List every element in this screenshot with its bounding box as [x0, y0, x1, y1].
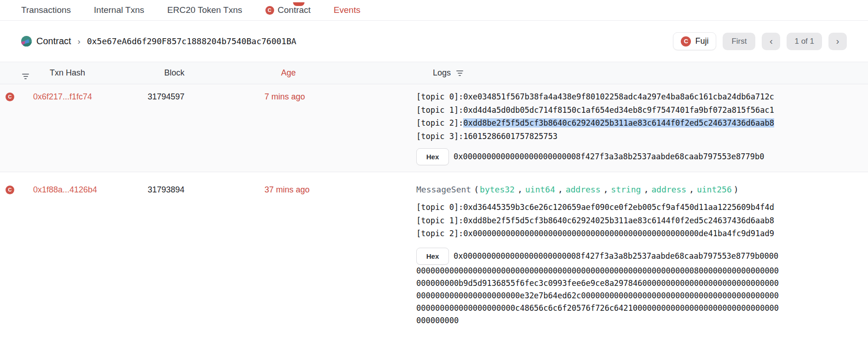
topic-label: [topic 1]:	[416, 216, 463, 225]
topic-label: [topic 0]:	[416, 203, 463, 212]
tab-label: Events	[333, 5, 360, 15]
tab-internal-txns[interactable]: Internal Txns	[94, 5, 144, 15]
column-header-logs: Logs	[433, 68, 451, 78]
comma: ,	[604, 185, 609, 194]
comma: ,	[517, 185, 523, 194]
event-param-type[interactable]: uint64	[525, 185, 555, 194]
topic-value: 0x00000000000000000000000000000000000000…	[463, 229, 774, 238]
event-signature: MessageSent(bytes32,uint64,address,strin…	[416, 183, 784, 196]
topic-value-selected: 0xdd8be2f5f5d5cf3b8640c62924025b311ae83c…	[463, 118, 774, 128]
age-cell: 7 mins ago	[264, 90, 416, 103]
log-topic-3: [topic 3]:16015286601757825753	[416, 130, 784, 143]
logs-cell: [topic 0]:0xe034851f567b38fa4a438e9f8010…	[416, 90, 784, 165]
paren-open: (	[474, 185, 479, 194]
event-param-type[interactable]: bytes32	[480, 185, 515, 194]
filter-icon[interactable]	[22, 74, 29, 79]
hex-toggle-button[interactable]: Hex	[416, 148, 449, 165]
event-log-row: C 0x6f217...f1fc74 31794597 7 mins ago […	[0, 84, 868, 172]
tab-events[interactable]: Events	[333, 5, 360, 15]
contract-method-icon: C	[6, 93, 14, 101]
tab-transactions[interactable]: Transactions	[21, 5, 71, 15]
tab-contract[interactable]: C Contract	[265, 5, 311, 15]
tab-label: Internal Txns	[94, 5, 144, 15]
txn-hash-link[interactable]: 0x1f88a...4126b4	[33, 185, 97, 194]
txn-hash-link[interactable]: 0x6f217...f1fc74	[33, 92, 92, 101]
tab-label: ERC20 Token Txns	[167, 5, 242, 15]
block-cell: 31794597	[148, 90, 264, 103]
header-controls: C Fuji First ‹ 1 of 1 ›	[673, 32, 847, 50]
breadcrumb-root: Contract	[36, 36, 71, 46]
block-cell: 31793894	[148, 183, 264, 196]
log-topic-0: [topic 0]:0xe034851f567b38fa4a438e9f8010…	[416, 90, 784, 104]
log-topic-1: [topic 1]:0xd4d4a5d0db05dc714f8150c1af65…	[416, 104, 784, 117]
hex-toggle-button[interactable]: Hex	[416, 248, 449, 265]
event-name: MessageSent	[416, 185, 471, 194]
events-header: Contract › 0x5e67eA6d6f290F857c1888204b7…	[0, 21, 868, 62]
contract-address: 0x5e67eA6d6f290F857c1888204b7540Bac76001…	[87, 36, 296, 46]
log-topic-0: [topic 0]:0xd36445359b3c6e26c120659aef09…	[416, 201, 784, 214]
breadcrumb-separator-icon: ›	[78, 36, 80, 46]
comma: ,	[689, 185, 694, 194]
contract-method-icon: C	[6, 186, 14, 194]
log-data-hex: 0x0000000000000000000000008f427f3a3a8b25…	[454, 152, 765, 161]
topic-label: [topic 1]:	[416, 105, 463, 115]
comma: ,	[644, 185, 649, 194]
event-log-row: C 0x1f88a...4126b4 31793894 37 mins ago …	[0, 172, 868, 337]
logs-cell: MessageSent(bytes32,uint64,address,strin…	[416, 183, 784, 327]
tab-bar: Transactions Internal Txns ERC20 Token T…	[0, 0, 868, 21]
event-param-type[interactable]: address	[566, 185, 601, 194]
log-data-block: Hex0x0000000000000000000000008f427f3a3a8…	[416, 148, 782, 165]
network-selector[interactable]: C Fuji	[673, 32, 716, 50]
event-param-type[interactable]: address	[651, 185, 686, 194]
event-param-type[interactable]: string	[611, 185, 641, 194]
log-data-block: Hex0x0000000000000000000000008f427f3a3a8…	[416, 248, 782, 327]
txn-hash-cell: 0x6f217...f1fc74	[33, 90, 148, 103]
contract-badge-icon: C	[265, 6, 274, 15]
topic-label: [topic 2]:	[416, 229, 463, 238]
column-header-age[interactable]: Age	[281, 68, 433, 78]
topic-value: 0xe034851f567b38fa4a438e9f80102258adc4a2…	[463, 92, 774, 101]
tab-erc20-token-txns[interactable]: ERC20 Token Txns	[167, 5, 242, 15]
topic-label: [topic 2]:	[416, 118, 463, 128]
topic-value: 0xd4d4a5d0db05dc714f8150c1af654ed34eb8c9…	[463, 105, 774, 115]
table-header-row: Txn Hash Block Age Logs	[0, 62, 868, 84]
topic-value: 0xdd8be2f5f5d5cf3b8640c62924025b311ae83c…	[463, 216, 774, 225]
contract-identicon	[21, 36, 32, 46]
log-topic-2: [topic 2]:0x0000000000000000000000000000…	[416, 227, 784, 240]
column-header-txn-hash: Txn Hash	[50, 68, 164, 78]
log-data-hex: 0x0000000000000000000000008f427f3a3a8b25…	[416, 251, 779, 325]
pagination-prev-button[interactable]: ‹	[762, 33, 780, 50]
logs-filter-icon[interactable]	[456, 70, 463, 76]
network-chain-icon: C	[681, 36, 691, 46]
topic-label: [topic 3]:	[416, 132, 463, 141]
column-header-block: Block	[164, 68, 281, 78]
log-topic-1: [topic 1]:0xdd8be2f5f5d5cf3b8640c6292402…	[416, 214, 784, 227]
network-name: Fuji	[695, 36, 708, 46]
pagination-next-button[interactable]: ›	[828, 33, 847, 50]
breadcrumb: Contract › 0x5e67eA6d6f290F857c1888204b7…	[21, 36, 296, 46]
pagination-first-button[interactable]: First	[723, 33, 755, 50]
chevron-right-icon: ›	[836, 35, 839, 46]
tab-label: Transactions	[21, 5, 71, 15]
event-param-type[interactable]: uint256	[697, 185, 732, 194]
paren-close: )	[734, 185, 739, 194]
log-topic-2: [topic 2]:0xdd8be2f5f5d5cf3b8640c6292402…	[416, 116, 784, 130]
topic-value: 0xd36445359b3c6e26c120659aef090ce0f2eb00…	[463, 203, 774, 212]
topic-value: 16015286601757825753	[463, 132, 558, 141]
chevron-left-icon: ‹	[770, 35, 773, 46]
topic-label: [topic 0]:	[416, 92, 463, 101]
age-cell: 37 mins ago	[264, 183, 416, 196]
comma: ,	[558, 185, 563, 194]
txn-hash-cell: 0x1f88a...4126b4	[33, 183, 148, 196]
pagination-page-indicator[interactable]: 1 of 1	[787, 33, 822, 50]
tab-label: Contract	[278, 5, 311, 15]
